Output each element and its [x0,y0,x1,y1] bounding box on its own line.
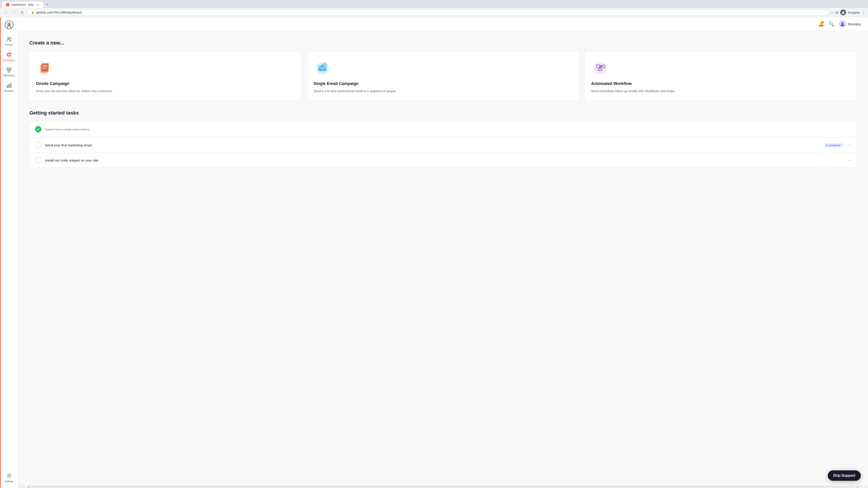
svg-rect-12 [8,70,10,72]
task-snippet-label: Install our code snippet on your site [45,158,843,162]
menu-icon[interactable]: ⋮ [862,10,865,15]
new-tab-button[interactable]: + [44,1,50,8]
browser-nav: ← → ↻ 🔒 getdrip.com/7641396/dashboard ☆ … [0,8,868,17]
task-import-subscribers[interactable]: Import your email subscribers [29,121,857,137]
people-icon [6,36,12,42]
browser-nav-right: ☆ ⊞ Incognito ⋮ [831,9,865,15]
campaigns-icon [6,52,12,58]
svg-point-7 [10,37,11,39]
back-button[interactable]: ← [3,9,9,15]
browser-chrome: Dashboard · Drip ✕ + ← → ↻ 🔒 getdrip.com… [0,0,868,17]
tab-favicon [6,3,9,6]
scroll-right-arrow[interactable]: ► [857,486,859,488]
svg-point-5 [9,24,10,24]
tab-close-button[interactable]: ✕ [37,3,39,6]
tasks-heading: Getting started tasks [29,110,857,116]
task-snippet-arrow: → [847,158,851,163]
sidebar-item-workflows[interactable]: Workflows [1,65,17,79]
workflow-card-title: Automated Workflow [591,81,850,86]
search-icon[interactable]: 🔍 [829,21,834,27]
notification-bell-wrapper[interactable]: 🔔 [818,21,824,27]
task-import-label: Import your email subscribers [45,127,851,131]
refresh-button[interactable]: ↻ [19,9,25,15]
single-email-icon [313,59,332,77]
workflow-card-desc: Send immediate follow-up emails with Wor… [591,89,850,94]
svg-rect-21 [42,63,49,71]
app-container: People Campaigns [0,17,868,488]
star-icon[interactable]: ☆ [831,10,834,15]
onsite-campaign-icon [36,59,54,77]
onsite-card-title: Onsite Campaign [36,81,295,86]
onsite-card-desc: Grow your list and turn drive-by visitor… [36,89,295,94]
analytics-icon [6,82,12,89]
grid-icon[interactable]: ⊞ [835,10,838,15]
incognito-label: Incognito [848,11,860,14]
svg-point-6 [7,37,9,39]
people-label: People [5,43,13,46]
task-check-marketing [35,142,41,148]
svg-point-29 [594,62,607,74]
sidebar-item-people[interactable]: People [1,34,17,48]
svg-rect-10 [7,68,8,70]
sidebar-item-settings[interactable]: Settings [1,470,17,485]
task-in-progress-badge: In progress [823,143,843,148]
svg-point-17 [842,22,843,24]
address-bar[interactable]: 🔒 getdrip.com/7641396/dashboard [27,9,829,15]
create-heading: Create a new... [29,40,857,46]
cards-row: Onsite Campaign Grow your list and turn … [29,51,857,101]
main-content: Create a new... [18,31,868,485]
svg-rect-11 [9,68,11,70]
bottom-scrollbar[interactable]: ◄ ► [18,485,868,488]
user-name: Moodjoy [848,22,861,26]
browser-titlebar: Dashboard · Drip ✕ + [0,0,868,8]
tab-title-text: Dashboard · Drip [11,3,33,6]
scrollbar-track[interactable] [31,486,855,487]
sidebar-item-analytics[interactable]: Analytics [1,80,17,94]
automated-workflow-icon [591,59,609,77]
settings-icon [6,473,12,479]
single-email-card-title: Single Email Campaign [313,81,572,86]
analytics-label: Analytics [4,90,14,92]
forward-button[interactable]: → [11,9,17,15]
svg-rect-14 [8,85,9,88]
browser-tab[interactable]: Dashboard · Drip ✕ [2,2,43,8]
drip-support-button[interactable]: Drip Support [828,470,861,481]
card-single-email[interactable]: Single Email Campaign Send a one-time pr… [307,51,579,101]
task-check-snippet [35,157,41,163]
app-wrapper: 🔔 🔍 Moodjoy Create a new... [18,17,868,488]
settings-label: Settings [4,480,13,483]
single-email-card-desc: Send a one-time promotional email to a s… [313,89,572,94]
workflows-icon [6,67,12,73]
task-marketing-label: Send your first marketing email [45,143,819,147]
incognito-avatar [840,9,846,15]
task-install-snippet[interactable]: Install our code snippet on your site → [29,153,857,167]
sidebar-logo[interactable] [4,20,14,30]
svg-point-28 [323,63,327,66]
workflows-label: Workflows [3,74,15,77]
sidebar: People Campaigns [0,17,18,488]
svg-point-16 [8,475,10,477]
tasks-section: Import your email subscribers Send your … [29,121,857,167]
task-check-import [35,126,41,132]
top-header: 🔔 🔍 Moodjoy [18,17,868,31]
svg-rect-15 [10,84,11,88]
svg-point-4 [8,24,8,24]
task-send-marketing[interactable]: Send your first marketing email In progr… [29,137,857,153]
lock-icon: 🔒 [31,11,34,14]
sidebar-item-campaigns[interactable]: Campaigns [1,49,17,64]
avatar [839,20,846,28]
svg-rect-13 [7,86,8,88]
card-automated-workflow[interactable]: Automated Workflow Send immediate follow… [585,51,857,101]
url-text: getdrip.com/7641396/dashboard [36,11,82,14]
user-menu[interactable]: Moodjoy [839,20,861,28]
scroll-left-arrow[interactable]: ◄ [27,486,30,488]
card-onsite-campaign[interactable]: Onsite Campaign Grow your list and turn … [29,51,302,101]
task-arrow-icon: → [847,143,851,148]
campaigns-label: Campaigns [3,59,16,61]
